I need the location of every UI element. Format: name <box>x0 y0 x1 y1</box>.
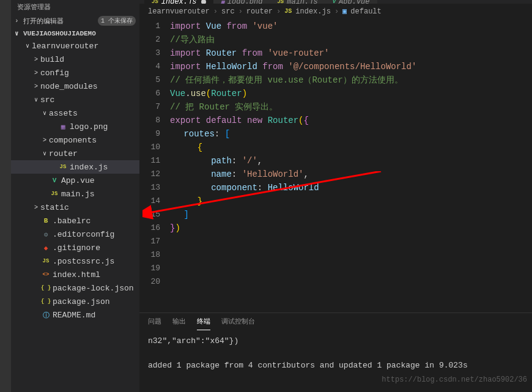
md-icon: ⓘ <box>40 311 51 320</box>
item-label: .postcssrc.js <box>53 257 114 266</box>
item-label: .gitignore <box>53 243 100 253</box>
chevron-icon: > <box>32 70 40 76</box>
code-line[interactable]: import HelloWorld from '@/components/Hel… <box>170 60 532 73</box>
file-item[interactable]: JSmain.js <box>11 187 139 201</box>
git-icon: ◆ <box>40 244 51 252</box>
terminal-content[interactable]: n32","arch":"x64"}) added 1 package from… <box>139 330 532 377</box>
code-line[interactable]: ] <box>170 208 532 221</box>
code-line[interactable]: name: 'HelloWorld', <box>170 168 532 181</box>
file-item[interactable]: { }package.json <box>11 295 139 308</box>
folder-item[interactable]: >components <box>11 133 139 147</box>
js-icon: JS <box>40 258 51 264</box>
file-item[interactable]: <>index.html <box>11 268 139 281</box>
line-number: 3 <box>139 46 160 60</box>
file-item[interactable]: ⓘREADME.md <box>11 308 139 322</box>
file-item[interactable]: ⚙.editorconfig <box>11 227 139 241</box>
code-line[interactable]: import Router from 'vue-router' <box>170 46 532 60</box>
chevron-right-icon: › <box>334 7 339 16</box>
gear-icon: ⚙ <box>40 231 51 239</box>
breadcrumb-item[interactable]: router <box>246 7 273 16</box>
code-line[interactable]: import Vue from 'vue' <box>170 20 532 33</box>
folder-item[interactable]: >config <box>11 66 139 80</box>
terminal-tab[interactable]: 终端 <box>197 317 210 330</box>
file-item[interactable]: ◆.gitignore <box>11 241 139 254</box>
file-item[interactable]: B.babelrc <box>11 214 139 227</box>
code-line[interactable]: routes: [ <box>170 127 532 141</box>
code-line[interactable]: //导入路由 <box>170 33 532 46</box>
code-line[interactable]: Vue.use(Router) <box>170 87 532 100</box>
open-editors-label: 打开的编辑器 <box>23 17 64 26</box>
code-editor[interactable]: 1234567891011121314151617181920 import V… <box>139 18 532 312</box>
line-number: 15 <box>139 208 160 221</box>
terminal-line: n32","arch":"x64"}) <box>148 335 523 347</box>
item-label: index.html <box>53 270 100 279</box>
json-icon: { } <box>40 285 51 291</box>
terminal-tab[interactable]: 问题 <box>148 317 161 330</box>
line-number: 5 <box>139 73 160 87</box>
js-icon: JS <box>284 8 292 15</box>
terminal-tab[interactable]: 输出 <box>172 317 186 330</box>
code-line[interactable]: // 把 Router 实例导出。 <box>170 100 532 114</box>
vue-icon: V <box>49 177 60 184</box>
file-item[interactable]: VApp.vue <box>11 174 139 187</box>
chevron-icon: > <box>32 83 40 90</box>
folder-item[interactable]: ∨src <box>11 93 139 106</box>
line-gutter: 1234567891011121314151617181920 <box>139 18 170 312</box>
code-line[interactable]: } <box>170 194 532 208</box>
file-item[interactable]: JSindex.js <box>11 160 139 174</box>
line-number: 1 <box>139 20 160 33</box>
breadcrumb[interactable]: learnvuerouter › src › router › JS index… <box>139 4 532 18</box>
editor-tab[interactable]: ▦logo.png <box>213 0 270 4</box>
folder-item[interactable]: ∨router <box>11 147 139 160</box>
editor-tab[interactable]: VApp.vue <box>325 0 377 4</box>
folder-item[interactable]: ∨learnvuerouter <box>11 39 139 53</box>
chevron-icon: ∨ <box>40 109 49 117</box>
file-item[interactable]: ▦logo.png <box>11 120 139 133</box>
breadcrumb-item[interactable]: default <box>350 7 381 16</box>
file-icon: ▦ <box>221 0 224 4</box>
line-number: 10 <box>139 141 160 154</box>
tab-label: main.js <box>287 0 317 4</box>
item-label: package.json <box>53 297 110 306</box>
code-line[interactable]: export default new Router({ <box>170 114 532 127</box>
item-label: learnvuerouter <box>32 42 98 51</box>
folder-item[interactable]: ∨assets <box>11 106 139 120</box>
item-label: config <box>40 68 69 78</box>
line-number: 2 <box>139 33 160 46</box>
project-section[interactable]: ∨ VUEJIAOSHOUJIADEMO <box>11 28 139 39</box>
file-icon: V <box>333 0 336 4</box>
open-editors-section[interactable]: › 打开的编辑器 1 个未保存 <box>11 14 139 28</box>
item-label: src <box>40 95 54 105</box>
folder-item[interactable]: >static <box>11 201 139 214</box>
sidebar: 资源管理器 › 打开的编辑器 1 个未保存 ∨ VUEJIAOSHOUJIADE… <box>11 0 139 392</box>
unsaved-badge: 1 个未保存 <box>98 16 136 26</box>
line-number: 16 <box>139 221 160 235</box>
json-icon: { } <box>40 298 51 305</box>
folder-item[interactable]: >node_modules <box>11 80 139 93</box>
code-content[interactable]: import Vue from 'vue'//导入路由import Router… <box>170 18 532 312</box>
terminal-tab[interactable]: 调试控制台 <box>221 317 255 330</box>
png-icon: ▦ <box>57 123 68 131</box>
main-area: JSindex.js▦logo.pngJSmain.jsVApp.vue lea… <box>139 0 532 392</box>
folder-item[interactable]: >build <box>11 53 139 66</box>
code-line[interactable]: }) <box>170 221 532 235</box>
breadcrumb-item[interactable]: index.js <box>295 7 331 16</box>
file-item[interactable]: { }package-lock.json <box>11 281 139 295</box>
code-line[interactable]: { <box>170 141 532 154</box>
code-line[interactable]: // 任何插件，都要使用 vue.use（Router）的方法使用。 <box>170 73 532 87</box>
breadcrumb-item[interactable]: learnvuerouter <box>148 7 210 16</box>
editor-tab[interactable]: JSindex.js <box>144 0 213 4</box>
code-line[interactable]: component: HelloWorld <box>170 181 532 194</box>
item-label: components <box>49 136 97 145</box>
breadcrumb-item[interactable]: src <box>221 7 235 16</box>
code-line[interactable]: path: '/', <box>170 154 532 168</box>
html-icon: <> <box>40 272 51 278</box>
chevron-icon: ∨ <box>32 96 40 103</box>
tab-label: App.vue <box>339 0 369 4</box>
chevron-right-icon: › <box>15 17 23 24</box>
file-item[interactable]: JS.postcssrc.js <box>11 254 139 268</box>
editor-tab[interactable]: JSmain.js <box>270 0 325 4</box>
item-label: node_modules <box>40 82 98 91</box>
line-number: 8 <box>139 114 160 127</box>
item-label: build <box>40 55 64 64</box>
